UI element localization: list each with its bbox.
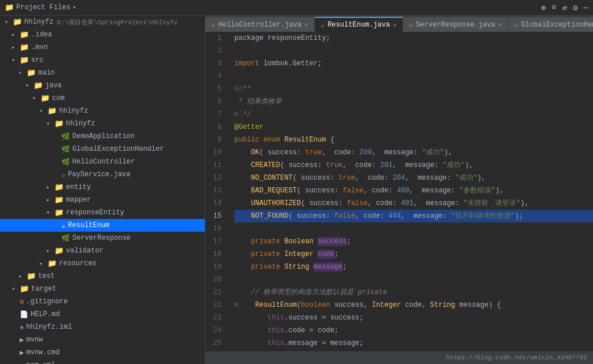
arrow-icon — [19, 273, 27, 280]
sidebar-item-label: hhlnyfz.iml — [26, 323, 72, 331]
sidebar-item-src[interactable]: 📁 src — [0, 54, 205, 66]
bottom-bar: https://blog.csdn.net/weixin_43487782 — [205, 351, 593, 364]
arrow-icon — [39, 107, 47, 114]
arrow-icon — [46, 247, 54, 254]
tab-close-button[interactable]: ✕ — [304, 21, 308, 28]
xml-file-icon: ◇ — [20, 361, 24, 365]
sidebar-item-ResultEnum[interactable]: ☕ ResultEnum — [0, 219, 205, 232]
cmd-file-icon: ▶ — [20, 336, 24, 344]
tab-label: ServerResponse.java — [416, 21, 495, 29]
sidebar-item-mvnw[interactable]: ▶ mvnw — [0, 333, 205, 346]
sidebar-item-label: PayService.java — [68, 170, 130, 179]
sidebar-item-hhlnyfz-iml[interactable]: ◈ hhlnyfz.iml — [0, 321, 205, 333]
add-icon[interactable]: ⊕ — [541, 3, 546, 13]
folder-icon: 📁 — [54, 119, 64, 128]
sidebar-item-GlobalExceptionHandler[interactable]: 🌿 GlobalExceptionHandler — [0, 143, 205, 155]
code-line-12: NO_CONTENT( success: true, code: 204, me… — [234, 172, 593, 184]
tab-label: HelloController.java — [218, 21, 301, 29]
code-line-9: public enum ResultEnum { — [234, 133, 593, 146]
sidebar-item-hhlnyfz-root[interactable]: 📁 hhlnyfz D:\项目仓库\SpringProject\hhlnyfz — [0, 16, 205, 28]
tab-ServerResponse[interactable]: ☕ ServerResponse.java ✕ — [403, 17, 509, 32]
sidebar-item-label: entity — [66, 183, 91, 191]
sidebar-item-test[interactable]: 📁 test — [0, 270, 205, 283]
sidebar-item-label: HELP.md — [31, 310, 60, 318]
code-line-3: import lombok.Getter; — [234, 57, 593, 70]
sidebar-item-mvnw-cmd[interactable]: ▶ mvnw.cmd — [0, 346, 205, 359]
sidebar-item-com[interactable]: 📁 com — [0, 92, 205, 105]
sidebar-item-label: java — [45, 81, 62, 90]
code-line-21: // 枚举类型的构造方法默认就是 private — [234, 286, 593, 299]
sidebar-item-target[interactable]: 📁 target — [0, 283, 205, 295]
tab-close-button[interactable]: ✕ — [498, 21, 502, 28]
iml-file-icon: ◈ — [20, 323, 24, 332]
folder-icon: 📁 — [20, 30, 29, 39]
sidebar-item-label: HelloController — [72, 158, 135, 166]
sidebar-item-hhlnyfz-sub[interactable]: 📁 hhlnyfz — [0, 117, 205, 130]
folder-icon: 📁 — [40, 94, 50, 103]
settings-icon[interactable]: ⚙ — [573, 3, 577, 13]
minimize-icon[interactable]: — — [584, 3, 588, 12]
java-file-icon: ☕ — [61, 170, 65, 179]
sidebar-item-label: mvnw — [26, 336, 43, 344]
sidebar-item-java[interactable]: 📁 java — [0, 79, 205, 92]
code-line-16 — [234, 222, 593, 235]
code-line-4 — [234, 70, 593, 83]
java-tab-icon: ☕ — [321, 21, 325, 29]
arrow-icon — [12, 44, 20, 51]
arrow-icon — [5, 18, 13, 25]
sidebar-item-DemoApplication[interactable]: 🌿 DemoApplication — [0, 130, 205, 143]
project-files-button[interactable]: 📁 Project Files ▾ — [0, 0, 81, 15]
sidebar-item-ServerResponse[interactable]: 🌿 ServerResponse — [0, 232, 205, 244]
arrow-icon — [46, 184, 54, 191]
code-line-8: @Getter — [234, 121, 593, 133]
sidebar-item-idea[interactable]: 📁 .idea — [0, 28, 205, 41]
sidebar-item-HelloController[interactable]: 🌿 HelloController — [0, 155, 205, 168]
sidebar-item-PayService[interactable]: ☕ PayService.java — [0, 168, 205, 181]
code-line-5: ⊟/** — [234, 83, 593, 95]
code-content[interactable]: package responseEntity; import lombok.Ge… — [230, 32, 593, 351]
folder-icon: 📁 — [13, 17, 22, 27]
folder-icon: 📁 — [54, 195, 64, 205]
sidebar-item-gitignore[interactable]: ⚙ .gitignore — [0, 295, 205, 308]
sidebar-item-pom-xml[interactable]: ◇ pom.xml — [0, 359, 205, 364]
tab-label: GlobalExceptionHandler.java — [521, 21, 593, 29]
sidebar-item-label: mapper — [66, 196, 91, 204]
sidebar-item-entity[interactable]: 📁 entity — [0, 181, 205, 194]
line-numbers: 1 2 3 4 5 6 7 8 9 10 11 12 13 14 15 16 1… — [205, 32, 230, 351]
path-label: D:\项目仓库\SpringProject\hhlnyfz — [57, 18, 178, 27]
code-line-14: UNAUTHORIZED( success: false, code: 401,… — [234, 197, 593, 210]
sidebar-item-HELP[interactable]: 📄 HELP.md — [0, 308, 205, 321]
code-line-10: OK( success: true, code: 200, message: "… — [234, 146, 593, 159]
code-line-23: this.success = success; — [234, 311, 593, 324]
arrow-icon — [46, 209, 54, 216]
tab-ResultEnum[interactable]: ☕ ResultEnum.java ✕ — [315, 17, 403, 32]
folder-icon: 📁 — [27, 272, 36, 281]
arrow-icon — [39, 260, 47, 267]
sidebar-item-main[interactable]: 📁 main — [0, 66, 205, 79]
tabs-bar: ☕ HelloController.java ✕ ☕ ResultEnum.ja… — [205, 16, 593, 32]
sidebar-item-label: test — [38, 272, 55, 280]
folder-icon: 📁 — [54, 183, 64, 192]
spring-file-icon: 🌿 — [61, 158, 70, 166]
sidebar-item-hhlnyfz-pkg[interactable]: 📁 hhlnyfz — [0, 105, 205, 117]
sidebar-item-label: GlobalExceptionHandler — [72, 145, 164, 153]
tab-HelloController[interactable]: ☕ HelloController.java ✕ — [205, 17, 315, 32]
folder-icon: 📁 — [34, 81, 43, 90]
sidebar-item-mvn[interactable]: 📁 .mvn — [0, 41, 205, 54]
sidebar-item-label: target — [31, 285, 56, 293]
tab-close-button[interactable]: ✕ — [393, 21, 397, 29]
collapse-icon[interactable]: ⇄ — [562, 3, 567, 13]
arrow-icon — [46, 120, 54, 127]
sidebar-item-responseEntity[interactable]: 📁 responseEntity — [0, 206, 205, 219]
sidebar-item-label: main — [38, 69, 55, 77]
arrow-icon — [12, 57, 20, 64]
code-line-7: ⊟ */ — [234, 108, 593, 121]
sidebar-item-mapper[interactable]: 📁 mapper — [0, 194, 205, 206]
sidebar-item-label: hhlnyfz — [24, 18, 53, 26]
sidebar-item-resources[interactable]: 📁 resources — [0, 257, 205, 270]
list-icon[interactable]: ≡ — [551, 3, 556, 12]
tab-GlobalExceptionHandler[interactable]: ☕ GlobalExceptionHandler.java ✕ — [508, 17, 593, 32]
sidebar-item-label: hhlnyfz — [59, 107, 88, 115]
sidebar-item-validator[interactable]: 📁 validator — [0, 244, 205, 257]
arrow-icon — [32, 95, 40, 102]
